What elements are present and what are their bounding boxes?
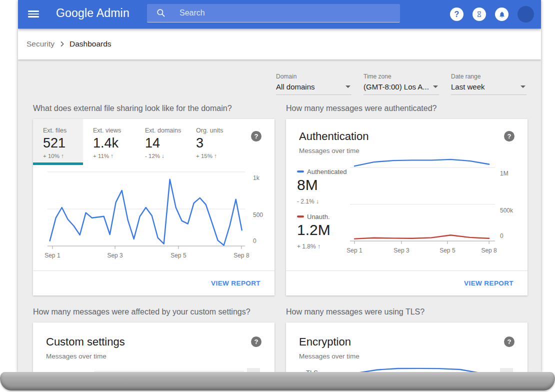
card-help-icon[interactable]: ? [251,336,262,347]
domain-filter[interactable]: Domain All domains [276,73,352,95]
notifications-button[interactable] [495,8,508,21]
authentication-line-chart [350,158,495,241]
search-bar[interactable]: Search [147,4,400,22]
authentication-card: Authentication Messages over time ? Auth… [286,119,528,296]
view-report-link[interactable]: VIEW REPORT [464,280,514,287]
up-arrow-icon: ↑ [110,153,114,159]
app-bar: Google Admin Search ? [18,0,541,28]
timezone-filter-label: Time zone [364,73,439,80]
card-footer: VIEW REPORT [33,270,274,296]
question-file-sharing: What does external file sharing look lik… [33,104,232,113]
legend-value-unauth: 1.2M [297,222,330,238]
y-axis-tick-label: 1M [500,170,508,177]
legend-label-unauth: Unauth. [307,213,330,220]
bell-icon [498,11,506,18]
legend-value-authenticated: 8M [297,176,318,194]
device-bezel [0,372,555,390]
dropdown-caret-icon [433,86,438,88]
menu-button[interactable] [28,8,40,20]
product-logo: Google Admin [56,6,130,20]
y-axis-tick-label: 1k [253,174,260,182]
menu-icon [28,10,39,12]
legend-delta-unauth: + 1.8% ↑ [297,243,320,250]
file-sharing-card: Ext. files 521 + 10% ↑ Ext. views 1.4k +… [33,119,274,296]
tab-ext-views[interactable]: Ext. views 1.4k + 11% ↑ [83,119,135,165]
legend-dash-unauth [297,216,304,218]
breadcrumb-dashboards: Dashboards [70,40,112,48]
x-axis-tick-label: Sep 5 [170,252,186,259]
dropdown-caret-icon [346,86,350,88]
y-axis-tick-label: 0 [253,238,256,244]
card-footer: VIEW REPORT [286,270,528,296]
tab-ext-domains[interactable]: Ext. domains 14 - 12% ↓ [135,119,186,165]
help-icon: ? [454,10,460,18]
custom-settings-card: Custom settings Messages over time ? [33,322,274,372]
x-axis-tick-label: Sep 8 [234,252,249,259]
daterange-filter-value: Last week [451,82,485,91]
question-encryption: How many messages were using TLS? [286,308,424,316]
up-arrow-icon: ↑ [61,153,64,159]
avatar[interactable] [518,6,534,22]
question-authentication: How many messages were authenticated? [286,104,437,113]
question-custom-settings: How many messages were affected by your … [33,308,250,316]
x-axis-tick-label: Sep 8 [481,247,496,254]
x-axis-tick-label: Sep 3 [107,252,122,259]
breadcrumb-security[interactable]: Security [26,40,54,48]
down-arrow-icon: ↓ [162,153,164,159]
timezone-filter[interactable]: Time zone (GMT-8:00) Los A... [364,73,439,95]
x-axis-tick-label: Sep 3 [394,247,409,254]
chart-gridline [94,371,244,372]
down-arrow-icon: ↓ [316,198,319,205]
selected-tab-indicator [33,162,83,165]
card-help-icon[interactable]: ? [504,131,514,142]
stat-tabs: Ext. files 521 + 10% ↑ Ext. views 1.4k +… [33,119,274,165]
card-help-icon[interactable]: ? [504,336,514,347]
daterange-filter[interactable]: Date range Last week [451,73,526,95]
tab-ext-files[interactable]: Ext. files 521 + 10% ↑ [33,119,83,165]
legend-label-authenticated: Authenticated [307,168,347,176]
y-axis-tick-label: 500 [253,212,263,218]
pending-tasks-button[interactable] [472,8,486,21]
chevron-right-icon [58,40,66,48]
legend-dash-authenticated [297,170,304,172]
domain-filter-value: All domains [276,82,315,91]
x-axis-labels: Sep 1Sep 3Sep 5Sep 8 [48,252,245,260]
card-title: Encryption [299,336,351,348]
card-subtitle: Messages over time [46,352,106,360]
card-subtitle: Messages over time [299,147,360,154]
view-report-link[interactable]: VIEW REPORT [211,280,260,287]
appbar-actions: ? [450,0,534,28]
y-axis-tick-label: 0 [500,232,504,240]
domain-filter-label: Domain [276,73,352,80]
help-button[interactable]: ? [450,8,464,21]
daterange-filter-label: Date range [451,73,526,80]
card-subtitle: Messages over time [299,352,360,360]
tab-org-units[interactable]: Org. units 3 + 15% ↑ [186,119,236,165]
card-title: Custom settings [46,336,125,348]
hourglass-icon [476,11,482,18]
x-axis-labels: Sep 1Sep 3Sep 5Sep 8 [350,247,495,255]
card-title: Authentication [299,130,368,143]
up-arrow-icon: ↑ [214,153,217,159]
admin-console-screen: Google Admin Search ? [18,0,541,372]
encryption-card: Encryption Messages over time ? TLS [286,322,528,372]
search-placeholder: Search [180,8,205,18]
search-icon [156,8,166,18]
breadcrumb: Security Dashboards [18,28,541,60]
dropdown-caret-icon [520,86,526,88]
file-sharing-line-chart [48,169,245,246]
x-axis-tick-label: Sep 1 [346,247,362,254]
x-axis-tick-label: Sep 5 [440,247,455,254]
up-arrow-icon: ↑ [318,243,320,250]
timezone-filter-value: (GMT-8:00) Los A... [364,82,429,91]
x-axis-tick-label: Sep 1 [44,252,60,259]
card-help-icon[interactable]: ? [251,131,262,142]
y-axis-tick-label: 500k [500,207,513,214]
device-mockup: Google Admin Search ? [0,0,555,392]
legend-delta-authenticated: - 2.1% ↓ [297,198,319,205]
